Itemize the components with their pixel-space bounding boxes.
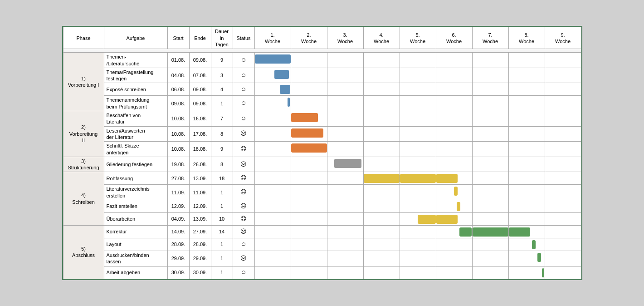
status-cell: ☺ (233, 111, 254, 127)
week-6-cell (436, 68, 472, 83)
week-5-cell (400, 172, 436, 185)
week-7-cell (472, 68, 508, 83)
week-4-cell (363, 266, 400, 279)
start-cell: 28.09. (167, 238, 189, 251)
status-cell: ☹ (233, 226, 254, 238)
week-8-cell (508, 238, 545, 251)
week-6-cell (436, 200, 472, 213)
col-week-4: 4. Woche (363, 27, 400, 49)
aufgabe-cell: Überarbeiten (104, 213, 167, 226)
start-cell: 10.08. (167, 111, 189, 127)
week-3-cell (327, 200, 363, 213)
status-cell: ☹ (233, 213, 254, 226)
week-3-cell (327, 157, 363, 172)
ende-cell: 09.08. (189, 96, 211, 111)
status-cell: ☹ (233, 126, 254, 142)
aufgabe-cell: Beschaffen von Literatur (104, 111, 167, 127)
col-week-7: 7. Woche (472, 27, 508, 49)
week-2-cell (291, 53, 327, 68)
aufgabe-cell: Korrektur (104, 226, 167, 238)
phase-cell: 2) Vorbereitung II (63, 111, 104, 157)
dauer-cell: 1 (211, 238, 233, 251)
col-dauer: Dauer in Tagen (211, 27, 233, 49)
week-1-cell (254, 238, 291, 251)
week-8-cell (508, 126, 545, 142)
dauer-cell: 1 (211, 251, 233, 267)
week-2-cell (291, 126, 327, 142)
week-3-cell (327, 53, 363, 68)
table-row: Überarbeiten04.09.13.09.10☹ (63, 213, 581, 226)
week-9-cell (545, 200, 581, 213)
ende-cell: 09.08. (189, 83, 211, 96)
start-cell: 11.09. (167, 185, 189, 200)
week-1-cell (254, 251, 291, 267)
week-2-cell (291, 96, 327, 111)
start-cell: 29.09. (167, 251, 189, 267)
table-row: 4) SchreibenRohfassung27.08.13.09.18☹ (63, 172, 581, 185)
week-5-cell (400, 126, 436, 142)
week-8-cell (508, 172, 545, 185)
start-cell: 19.08. (167, 157, 189, 172)
aufgabe-cell: Layout (104, 238, 167, 251)
week-9-cell (545, 172, 581, 185)
week-2-cell (291, 142, 327, 157)
week-7-cell (472, 185, 508, 200)
dauer-cell: 1 (211, 266, 233, 279)
week-5-cell (400, 251, 436, 267)
ende-cell: 26.08. (189, 157, 211, 172)
week-2-cell (291, 68, 327, 83)
week-6-cell (436, 126, 472, 142)
phase-cell: 1) Vorbereitung I (63, 53, 104, 111)
aufgabe-cell: Schriftl. Skizze anfertigen (104, 142, 167, 157)
week-3-cell (327, 185, 363, 200)
week-1-cell (254, 126, 291, 142)
table-row: Layout28.09.28.09.1☺ (63, 238, 581, 251)
week-4-cell (363, 172, 400, 185)
week-7-cell (472, 96, 508, 111)
week-8-cell (508, 83, 545, 96)
week-2-cell (291, 172, 327, 185)
week-6-cell (436, 53, 472, 68)
week-5-cell (400, 238, 436, 251)
aufgabe-cell: Themen- /Literatursuche (104, 53, 167, 68)
week-2-cell (291, 251, 327, 267)
week-5-cell (400, 213, 436, 226)
table-row: 2) Vorbereitung IIBeschaffen von Literat… (63, 111, 581, 127)
week-1-cell (254, 53, 291, 68)
dauer-cell: 1 (211, 200, 233, 213)
aufgabe-cell: Themenanmeldung beim Prüfungsamt (104, 96, 167, 111)
aufgabe-cell: Arbeit abgeben (104, 266, 167, 279)
week-4-cell (363, 251, 400, 267)
phase-cell: 3) Strukturierung (63, 157, 104, 172)
status-cell: ☺ (233, 83, 254, 96)
week-2-cell (291, 213, 327, 226)
week-2-cell (291, 157, 327, 172)
aufgabe-cell: Literaturverzeichnis erstellen (104, 185, 167, 200)
start-cell: 06.08. (167, 83, 189, 96)
week-1-cell (254, 185, 291, 200)
week-6-cell (436, 172, 472, 185)
week-6-cell (436, 213, 472, 226)
week-7-cell (472, 111, 508, 127)
week-4-cell (363, 185, 400, 200)
ende-cell: 09.08. (189, 53, 211, 68)
week-4-cell (363, 83, 400, 96)
dauer-cell: 1 (211, 96, 233, 111)
week-5-cell (400, 200, 436, 213)
week-3-cell (327, 266, 363, 279)
week-8-cell (508, 266, 545, 279)
week-3-cell (327, 226, 363, 238)
week-2-cell (291, 83, 327, 96)
aufgabe-cell: Lesen/Auswerten der Literatur (104, 126, 167, 142)
status-cell: ☹ (233, 172, 254, 185)
start-cell: 30.09. (167, 266, 189, 279)
week-4-cell (363, 53, 400, 68)
week-1-cell (254, 172, 291, 185)
aufgabe-cell: Gliederung festlegen (104, 157, 167, 172)
dauer-cell: 8 (211, 126, 233, 142)
status-cell: ☺ (233, 266, 254, 279)
week-5-cell (400, 266, 436, 279)
week-4-cell (363, 142, 400, 157)
col-week-1: 1. Woche (254, 27, 291, 49)
ende-cell: 12.09. (189, 200, 211, 213)
